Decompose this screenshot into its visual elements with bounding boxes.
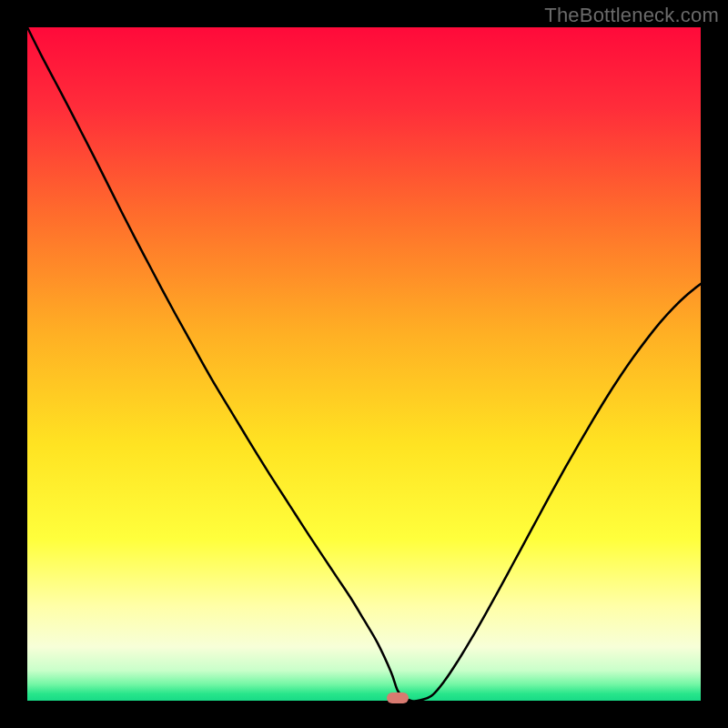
gradient-background xyxy=(27,27,701,701)
chart-svg xyxy=(27,27,701,701)
watermark-text: TheBottleneck.com xyxy=(544,4,719,27)
optimum-marker xyxy=(387,693,409,703)
chart-frame: TheBottleneck.com xyxy=(0,0,728,728)
plot-area xyxy=(27,27,701,701)
